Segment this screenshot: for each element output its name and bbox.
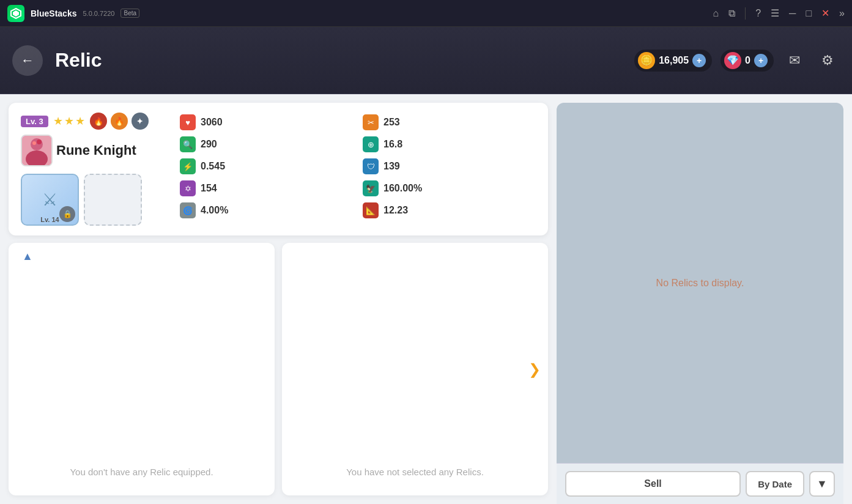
menu-icon[interactable]: ☰ [771, 7, 779, 19]
relic-slot-lock-icon: 🔒 [59, 206, 75, 222]
atkspd-icon: ✂ [363, 114, 379, 130]
relic-slot-level: Lv. 14 [40, 216, 59, 223]
stat-atk: 🔍 290 [180, 135, 353, 154]
help-icon[interactable]: ? [755, 8, 761, 19]
sort-icon: ▼ [817, 478, 828, 491]
sell-button[interactable]: Sell [565, 471, 741, 497]
gold-icon: 🪙 [638, 52, 655, 69]
stat-eff2: 🌀 4.00% [180, 201, 353, 220]
def-value: 139 [383, 161, 400, 172]
eff-icon: ✡ [180, 180, 196, 196]
svg-marker-1 [13, 10, 19, 17]
stat-cdmg: 🦅 160.00% [363, 179, 536, 198]
titlebar-icons: ⌂ ⧉ ? ☰ ─ □ ✕ » [713, 7, 845, 20]
relic-slot-icon: ⚔ [42, 190, 57, 210]
res-value: 12.23 [383, 205, 408, 216]
char-portrait-area: Rune Knight [21, 135, 168, 166]
back-button[interactable]: ← [12, 45, 43, 76]
star-2: ★ [64, 114, 74, 128]
char-level-stars: Lv. 3 ★ ★ ★ 🔥 🔥 ✦ [21, 113, 168, 130]
char-name: Rune Knight [56, 143, 136, 158]
scroll-up-button[interactable]: ▲ [18, 249, 37, 264]
atk-icon: 🔍 [180, 136, 196, 152]
character-card: Lv. 3 ★ ★ ★ 🔥 🔥 ✦ [9, 103, 548, 235]
bluestacks-logo [7, 5, 24, 22]
back-icon: ← [21, 53, 34, 69]
star-3: ★ [75, 114, 85, 128]
maximize-icon[interactable]: □ [806, 8, 812, 19]
atkspd-value: 253 [383, 117, 400, 128]
sort-toggle-button[interactable]: ▼ [809, 471, 835, 497]
right-panel-footer: Sell By Date ▼ [557, 463, 843, 504]
close-icon[interactable]: ✕ [821, 7, 829, 19]
no-relics-text: No Relics to display. [656, 278, 744, 289]
svg-point-3 [31, 138, 43, 150]
svg-point-5 [32, 141, 36, 145]
settings-button[interactable]: ⚙ [815, 48, 840, 73]
eff2-icon: 🌀 [180, 202, 196, 218]
atk-value: 290 [201, 139, 217, 150]
char-info: Lv. 3 ★ ★ ★ 🔥 🔥 ✦ [21, 113, 168, 226]
relic-list-area: No Relics to display. [557, 103, 843, 463]
beta-badge: Beta [120, 9, 139, 18]
element-fire2-icon: 🔥 [111, 113, 128, 130]
left-panel: Lv. 3 ★ ★ ★ 🔥 🔥 ✦ [0, 94, 557, 504]
stat-hp: ♥ 3060 [180, 113, 353, 132]
stat-speed: ⚡ 0.545 [180, 157, 353, 176]
eff-value: 154 [201, 183, 217, 194]
relic-slot-1[interactable]: ⚔ Lv. 14 🔒 [21, 174, 79, 226]
minimize-icon[interactable]: ─ [789, 8, 796, 19]
add-gold-button[interactable]: + [692, 54, 706, 67]
critrate-value: 16.8 [383, 139, 402, 150]
eff2-value: 4.00% [201, 205, 228, 216]
equipped-empty-text: You don't have any Relic equipped. [57, 467, 225, 477]
mail-button[interactable]: ✉ [782, 48, 807, 73]
titlebar: BlueStacks 5.0.0.7220 Beta ⌂ ⧉ ? ☰ ─ □ ✕… [0, 0, 852, 27]
char-avatar [21, 135, 53, 166]
element-fire-icon: 🔥 [90, 113, 107, 130]
nav-arrow-right-icon[interactable]: ❯ [528, 361, 541, 378]
equipped-panel: ▲ You don't have any Relic equipped. [9, 243, 275, 495]
divider [745, 7, 746, 20]
svg-point-6 [37, 139, 42, 144]
speed-value: 0.545 [201, 161, 225, 172]
main-content: Lv. 3 ★ ★ ★ 🔥 🔥 ✦ [0, 94, 852, 504]
bydate-button[interactable]: By Date [746, 471, 804, 497]
speed-icon: ⚡ [180, 158, 196, 174]
star-1: ★ [53, 114, 63, 128]
relic-slots: ⚔ Lv. 14 🔒 [21, 174, 168, 226]
home-icon[interactable]: ⌂ [713, 8, 719, 19]
critrate-icon: ⊕ [363, 136, 379, 152]
select-panel: ❯ You have not selected any Relics. [282, 243, 548, 495]
add-gem-button[interactable]: + [754, 54, 768, 67]
gold-amount: 16,905 [659, 55, 689, 66]
cdmg-value: 160.00% [383, 183, 422, 194]
page-title: Relic [55, 49, 622, 72]
def-icon: 🛡 [363, 158, 379, 174]
hp-value: 3060 [201, 117, 223, 128]
stat-eff: ✡ 154 [180, 179, 353, 198]
res-icon: 📐 [363, 202, 379, 218]
expand-icon[interactable]: » [839, 8, 845, 19]
level-badge: Lv. 3 [21, 116, 48, 127]
stat-atk-spd: ✂ 253 [363, 113, 536, 132]
app-version: 5.0.0.7220 [83, 10, 114, 17]
stat-def: 🛡 139 [363, 157, 536, 176]
stat-crit-rate: ⊕ 16.8 [363, 135, 536, 154]
relic-slot-2[interactable] [84, 174, 142, 226]
hp-icon: ♥ [180, 114, 196, 130]
gold-currency: 🪙 16,905 + [634, 50, 712, 72]
bottom-panels: ▲ You don't have any Relic equipped. ❯ Y… [9, 243, 548, 495]
element-dark-icon: ✦ [132, 113, 149, 130]
char-elements: 🔥 🔥 ✦ [90, 113, 149, 130]
stats-grid: ♥ 3060 ✂ 253 🔍 290 ⊕ 16.8 ⚡ 0.545 [180, 113, 536, 220]
cdmg-icon: 🦅 [363, 180, 379, 196]
gem-icon: 💎 [724, 52, 741, 69]
right-panel: No Relics to display. Sell By Date ▼ [557, 103, 843, 504]
gem-currency: 💎 0 + [720, 50, 774, 72]
star-rating: ★ ★ ★ [53, 114, 85, 128]
app-header: ← Relic 🪙 16,905 + 💎 0 + ✉ ⚙ [0, 27, 852, 94]
layers-icon[interactable]: ⧉ [728, 8, 735, 19]
app-name: BlueStacks [31, 9, 76, 18]
gem-amount: 0 [745, 55, 750, 66]
